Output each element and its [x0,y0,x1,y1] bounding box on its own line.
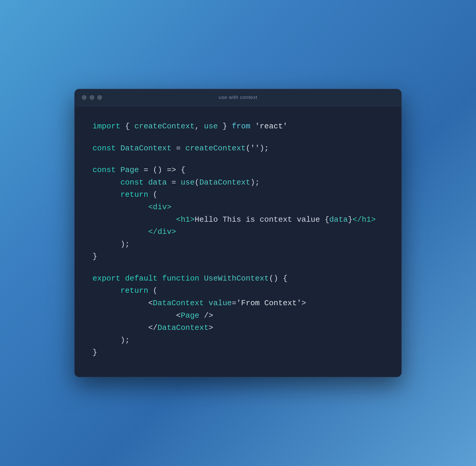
space-function [199,274,204,283]
identifier-use: use [204,122,218,131]
jsx-page-tag: Page [181,311,199,320]
code-line-datacontext-close: </DataContext> [93,322,383,334]
arrow-fn: = () => { [139,166,185,174]
parens-empty: (''); [246,144,269,153]
string-from-context: 'From Context' [237,299,301,308]
punct-comma: , [195,122,204,131]
keyword-import: import [93,122,120,131]
keyword-function: function [162,274,199,283]
attr-value: value [209,299,232,308]
self-close: /> [199,311,213,320]
lt-2: < [176,311,181,320]
space-attr [204,299,209,308]
paren-close-semi: ); [250,178,260,187]
window-title: use with context [219,95,257,100]
code-line-paren-semi-1: ); [93,238,383,251]
fn-parens-brace: () { [269,274,287,283]
code-line-datacontext-open: <DataContext value='From Context'> [93,297,383,310]
indent-3 [93,203,148,212]
indent-7 [93,286,120,295]
punct-brace-open: { [120,122,134,131]
jsx-datacontext-close-tag: DataContext [157,323,209,332]
gt-1: > [301,299,306,308]
code-line-import: import { createContext, use } from 'reac… [93,120,383,133]
code-line-export: export default function UseWithContext()… [93,273,383,285]
equals-1: = [171,144,185,153]
space-2 [116,166,120,174]
jsx-data-close: } [348,215,353,224]
indent-11 [93,336,120,345]
space-default [157,274,162,283]
jsx-div-open: <div> [148,203,171,212]
code-line-div-open: <div> [93,201,383,214]
paren-semi-2: ); [120,336,130,345]
string-react: 'react' [255,122,287,131]
identifier-use-call: use [181,178,195,187]
indent-6 [93,240,120,249]
identifier-createcontext: createContext [134,122,195,131]
indent-8 [93,299,148,308]
blank-line-1 [93,133,383,142]
identifier-data: data [148,178,167,187]
code-line-return-2: return ( [93,285,383,297]
code-window: use with context import { createContext,… [74,89,402,377]
code-line-datacontext: const DataContext = createContext(''); [93,142,383,155]
keyword-return-1: return [120,190,148,199]
jsx-h1-close: </h1> [353,215,376,224]
keyword-const-2: const [93,166,116,174]
equals-attr: = [232,299,237,308]
paren-datacontext: ( [195,178,199,187]
space-1 [116,144,120,153]
punct-brace-close: } [218,122,232,131]
indent-1 [93,178,120,187]
code-line-brace-close-2: } [93,347,383,359]
blank-line-3 [93,263,383,273]
indent-9 [93,311,176,320]
traffic-lights [82,95,102,100]
punct-space [250,122,255,131]
gt-2: > [209,323,213,332]
code-line-paren-semi-2: ); [93,334,383,347]
titlebar: use with context [75,89,401,106]
identifier-page: Page [120,166,139,174]
paren-return-1: ( [148,190,157,199]
space-export [120,274,125,283]
jsx-data-expr: { [325,215,329,224]
jsx-h1-open: <h1> [176,215,195,224]
identifier-datacontext: DataContext [120,144,172,153]
keyword-const-3: const [120,178,144,187]
code-line-return-1: return ( [93,189,383,201]
identifier-data-expr: data [329,215,348,224]
identifier-createcontext-call: createContext [185,144,246,153]
identifier-datacontext-ref: DataContext [199,178,250,187]
keyword-return-2: return [120,286,148,295]
equals-2: = [167,178,181,187]
code-line-h1: <h1>Hello This is context value {data}</… [93,214,383,226]
close-button-icon[interactable] [82,95,87,100]
indent-5 [93,227,148,236]
blank-line-2 [93,155,383,164]
code-line-const-data: const data = use(DataContext); [93,177,383,189]
minimize-button-icon[interactable] [90,95,94,100]
jsx-datacontext-open-tag: DataContext [153,299,204,308]
identifier-usewithcontext: UseWithContext [204,274,269,283]
code-line-page-self: <Page /> [93,310,383,322]
code-line-div-close: </div> [93,226,383,238]
keyword-default: default [125,274,157,283]
paren-return-2: ( [148,286,157,295]
keyword-from: from [232,122,250,131]
h1-text: Hello This is context value [195,215,325,224]
paren-semi-1: ); [120,240,130,249]
lt-1: < [148,299,153,308]
jsx-div-close: </div> [148,227,176,236]
maximize-button-icon[interactable] [97,95,102,100]
brace-close-1: } [93,252,97,261]
code-editor: import { createContext, use } from 'reac… [75,106,401,377]
code-line-page-def: const Page = () => { [93,164,383,177]
lt-slash: </ [148,323,157,332]
code-line-brace-close-1: } [93,251,383,263]
indent-4 [93,215,176,224]
brace-close-2: } [93,348,97,357]
keyword-const-1: const [93,144,116,153]
keyword-export: export [93,274,120,283]
